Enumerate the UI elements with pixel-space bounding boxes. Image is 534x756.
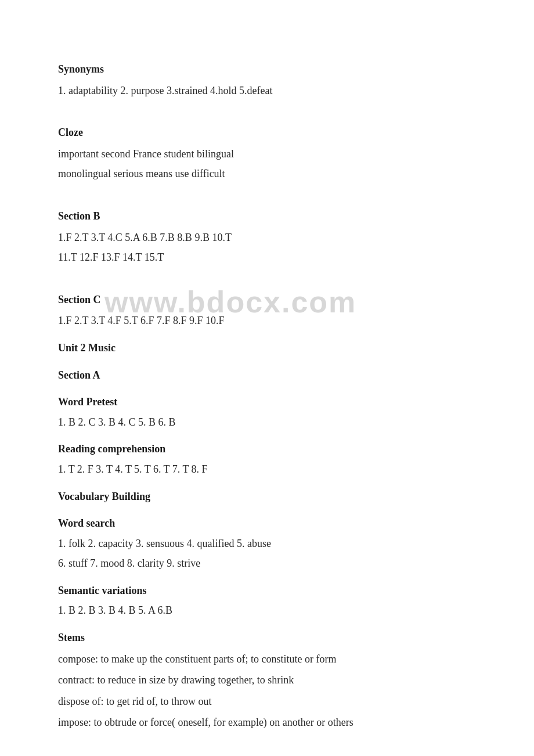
stems-entry4: impose: to obtrude or force( oneself, fo… [58,714,476,732]
word-search-heading: Word search [58,514,476,532]
cloze-heading: Cloze [58,124,476,142]
word-search-line2: 6. stuff 7. mood 8. clarity 9. strive [58,555,476,573]
cloze-line1: important second France student bilingua… [58,145,476,163]
section-c-line1: 1.F 2.T 3.T 4.F 5.T 6.F 7.F 8.F 9.F 10.F [58,312,476,330]
stems-entry2: contract: to reduce in size by drawing t… [58,671,476,689]
semantic-variations-heading: Semantic variations [58,582,476,600]
section-a-heading: Section A [58,366,476,384]
section-b-line1: 1.F 2.T 3.T 4.C 5.A 6.B 7.B 8.B 9.B 10.T [58,229,476,247]
vocab-building-heading: Vocabulary Building [58,488,476,506]
word-pretest-heading: Word Pretest [58,393,476,411]
unit2-heading: Unit 2 Music [58,339,476,357]
stems-heading: Stems [58,629,476,647]
synonyms-heading: Synonyms [58,60,476,78]
section-c-heading: Section C [58,291,476,309]
section-b-line2: 11.T 12.F 13.F 14.T 15.T [58,249,476,267]
stems-entry1: compose: to make up the constituent part… [58,650,476,668]
reading-comp-heading: Reading comprehension [58,440,476,458]
synonyms-answers: 1. adaptability 2. purpose 3.strained 4.… [58,82,476,100]
cloze-line2: monolingual serious means use difficult [58,165,476,183]
stems-entry3: dispose of: to get rid of, to throw out [58,693,476,711]
word-search-line1: 1. folk 2. capacity 3. sensuous 4. quali… [58,535,476,553]
semantic-variations-answers: 1. B 2. B 3. B 4. B 5. A 6.B [58,602,476,620]
section-b-heading: Section B [58,207,476,225]
word-pretest-answers: 1. B 2. C 3. B 4. C 5. B 6. B [58,413,476,431]
reading-comp-answers: 1. T 2. F 3. T 4. T 5. T 6. T 7. T 8. F [58,460,476,478]
